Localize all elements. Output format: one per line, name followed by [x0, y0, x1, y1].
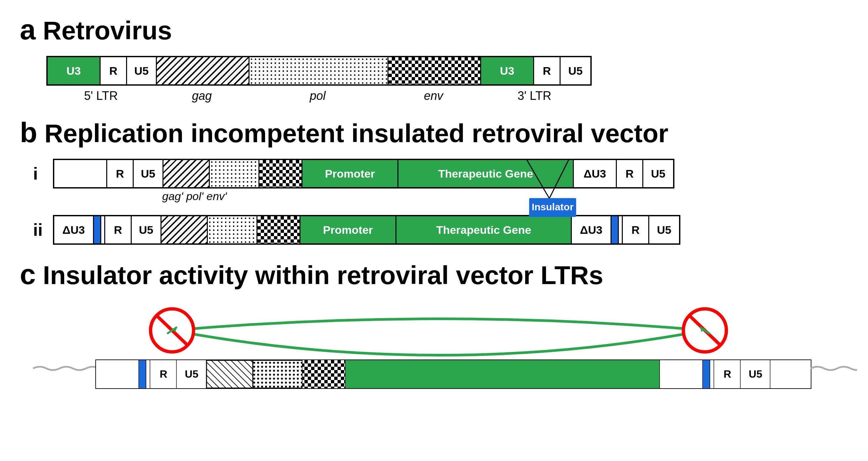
svg-rect-31	[207, 360, 253, 388]
seg-ins-ii-a	[94, 216, 101, 243]
seg-r-1: R	[101, 57, 127, 84]
svg-rect-15	[139, 360, 146, 388]
seg-gag-i	[163, 160, 210, 187]
row-ii: ii ΔU3 R U5 Promoter Therapeutic Gene ΔU…	[33, 215, 848, 245]
seg-pol-i	[210, 160, 259, 187]
seg-pol	[249, 57, 389, 84]
sub-i-label: i	[33, 164, 53, 184]
retrovirus-title: Retrovirus	[43, 16, 172, 45]
label-pol: pol	[248, 89, 387, 103]
seg-env-i	[259, 160, 303, 187]
seg-checker-ii	[257, 216, 301, 243]
seg-du3-ii-a: ΔU3	[54, 216, 94, 243]
label-gag-pol-env-prime: gag' pol' env'	[162, 190, 227, 203]
seg-env	[389, 57, 481, 84]
svg-line-1	[549, 159, 569, 198]
label-5ltr: 5' LTR	[46, 89, 156, 103]
sub-ii-label: ii	[33, 220, 53, 240]
label-3ltr: 3' LTR	[480, 89, 589, 103]
seg-u3-2: U3	[481, 57, 534, 84]
svg-rect-35	[303, 360, 345, 388]
seg-r-ii-a: R	[105, 216, 132, 243]
svg-line-0	[526, 159, 549, 198]
label-b: b	[20, 117, 37, 148]
seg-u5-ii-b: U5	[649, 216, 679, 243]
vector-title: Replication incompetent insulated retrov…	[44, 119, 668, 148]
seg-promoter-ii: Promoter	[301, 216, 397, 243]
svg-rect-37	[345, 360, 660, 388]
label-a: a	[20, 13, 36, 45]
seg-u5-1: U5	[127, 57, 157, 84]
section-c-diagram: R U5	[30, 297, 857, 390]
seg-u5-i1: U5	[134, 160, 163, 187]
label-c: c	[20, 258, 36, 290]
section-b: b Replication incompetent insulated retr…	[20, 116, 848, 245]
seg-promoter-i: Promoter	[303, 160, 398, 187]
section-b-title: b Replication incompetent insulated retr…	[20, 116, 848, 149]
svg-rect-39	[660, 360, 703, 388]
section-a-title: a Retrovirus	[20, 13, 848, 46]
insulator-callout: Insulator	[523, 159, 629, 225]
svg-text:R: R	[159, 368, 167, 380]
seg-empty-i	[54, 160, 107, 187]
retrovirus-bar: U3 R U5 U3 R U5	[46, 56, 592, 86]
seg-thin-ii-a	[101, 216, 105, 243]
retrovirus-bar-labels: 5' LTR gag pol env 3' LTR	[46, 89, 589, 103]
main-container: a Retrovirus U3 R U5 U3 R U5 5' LTR gag …	[0, 0, 868, 404]
svg-text:Insulator: Insulator	[532, 201, 574, 212]
seg-dots-ii	[208, 216, 257, 243]
section-c-title: c Insulator activity within retroviral v…	[20, 258, 848, 291]
label-env: env	[387, 89, 480, 103]
svg-rect-51	[770, 360, 811, 388]
seg-u3-1: U3	[48, 57, 101, 84]
seg-r-i1: R	[107, 160, 134, 187]
svg-rect-13	[96, 360, 139, 388]
svg-text:U5: U5	[185, 368, 198, 380]
seg-gag	[157, 57, 249, 84]
row-i: i R U5 Promoter Therapeutic Gene ΔU3 R U…	[33, 159, 848, 189]
svg-rect-43	[710, 360, 714, 388]
svg-rect-33	[253, 360, 303, 388]
svg-rect-17	[146, 360, 150, 388]
seg-u5-i2: U5	[643, 160, 673, 187]
insulator-title: Insulator activity within retroviral vec…	[43, 261, 603, 290]
section-a: a Retrovirus U3 R U5 U3 R U5 5' LTR gag …	[20, 13, 848, 103]
section-c: c Insulator activity within retroviral v…	[20, 258, 848, 391]
row-i-diagram: R U5 Promoter Therapeutic Gene ΔU3 R U5 …	[53, 159, 674, 189]
seg-u5-ii-a: U5	[132, 216, 161, 243]
seg-hatch-ii	[161, 216, 208, 243]
seg-u5-2: U5	[561, 57, 590, 84]
seg-r-2: R	[534, 57, 561, 84]
svg-text:R: R	[723, 368, 731, 380]
svg-rect-41	[703, 360, 710, 388]
label-gag: gag	[156, 89, 248, 103]
section-a-diagram: U3 R U5 U3 R U5 5' LTR gag pol env 3' LT…	[46, 56, 848, 103]
svg-text:U5: U5	[749, 368, 763, 380]
